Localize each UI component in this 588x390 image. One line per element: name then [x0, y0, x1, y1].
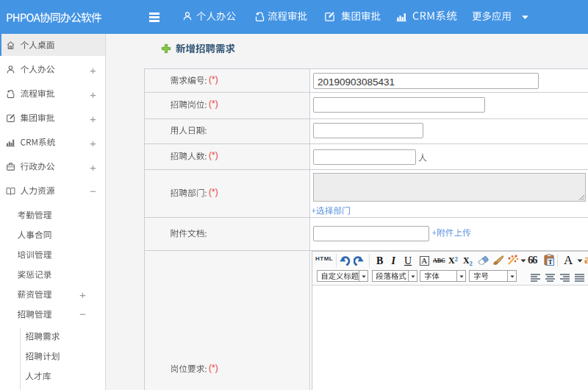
svg-text:T: T: [548, 258, 553, 266]
